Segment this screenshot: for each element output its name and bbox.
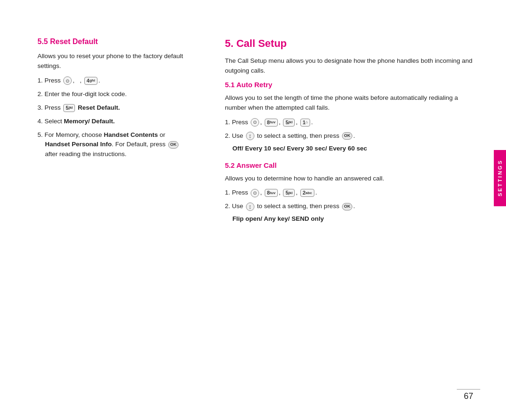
key-2abc-52: 2abc xyxy=(300,189,314,197)
section-51-step1: 1. Press ⊙, 8tuv, 5jkl, 1⌂. xyxy=(225,118,478,128)
right-column: 5. Call Setup The Call Setup menu allows… xyxy=(216,38,478,392)
chapter-intro: The Call Setup menu allows you to design… xyxy=(225,56,478,76)
ok-btn-52: OK xyxy=(342,203,352,210)
settings-label: SETTINGS xyxy=(497,159,503,196)
page-number: 67 xyxy=(464,391,473,401)
section-52-step1: 1. Press ⊙, 8tuv, 5jkl, 2abc. xyxy=(225,188,478,198)
key-5jkl: 5jkl xyxy=(63,104,75,112)
section-55-title: 5.5 Reset Default xyxy=(37,38,197,46)
section-52-intro: Allows you to determine how to handle an… xyxy=(225,174,478,184)
section-55: 5.5 Reset Default Allows you to reset yo… xyxy=(37,38,197,159)
section-52-title: 5.2 Answer Call xyxy=(225,161,478,169)
key-8tuv-52: 8tuv xyxy=(265,189,278,197)
page-container: 5.5 Reset Default Allows you to reset yo… xyxy=(0,0,506,420)
section-51: 5.1 Auto Retry Allows you to set the len… xyxy=(225,81,478,152)
step-2: 2. Enter the four-digit lock code. xyxy=(37,90,197,99)
step-3: 3. Press 5jkl Reset Default. xyxy=(37,103,197,113)
section-52: 5.2 Answer Call Allows you to determine … xyxy=(225,161,478,223)
key-4ghi: 4ghi xyxy=(84,77,97,85)
key-5jkl-51: 5jkl xyxy=(283,119,295,127)
section-52-step2: 2. Use ↕ to select a setting, then press… xyxy=(225,202,478,211)
section-51-intro: Allows you to set the length of time the… xyxy=(225,93,478,113)
page-divider xyxy=(457,389,480,390)
key-5jkl-52: 5jkl xyxy=(283,189,295,197)
ok-btn-51: OK xyxy=(342,132,352,140)
section-51-title: 5.1 Auto Retry xyxy=(225,81,478,89)
section-52-options: Flip open/ Any key/ SEND only xyxy=(232,215,478,222)
menu-icon-52: ⊙ xyxy=(251,189,259,197)
section-55-intro: Allows you to reset your phone to the fa… xyxy=(37,52,197,71)
nav-icon-52: ↕ xyxy=(246,202,254,211)
step-5: 5. For Memory, choose Handset Contents o… xyxy=(37,130,197,160)
nav-icon-51: ↕ xyxy=(246,132,254,140)
key-8tuv-51: 8tuv xyxy=(265,119,278,127)
step-1: 1. Press ⊙, , 4ghi. xyxy=(37,76,197,86)
settings-sidebar-tab: SETTINGS xyxy=(494,150,506,206)
section-51-options: Off/ Every 10 sec/ Every 30 sec/ Every 6… xyxy=(232,145,478,152)
key-1-51: 1⌂ xyxy=(300,119,310,127)
left-column: 5.5 Reset Default Allows you to reset yo… xyxy=(37,38,216,392)
menu-icon: ⊙ xyxy=(63,76,72,85)
menu-icon-51: ⊙ xyxy=(251,118,259,127)
step-4: 4. Select Memory/ Default. xyxy=(37,117,197,127)
chapter-title: 5. Call Setup xyxy=(225,38,478,50)
section-51-step2: 2. Use ↕ to select a setting, then press… xyxy=(225,131,478,141)
ok-icon-left: OK xyxy=(168,141,179,149)
